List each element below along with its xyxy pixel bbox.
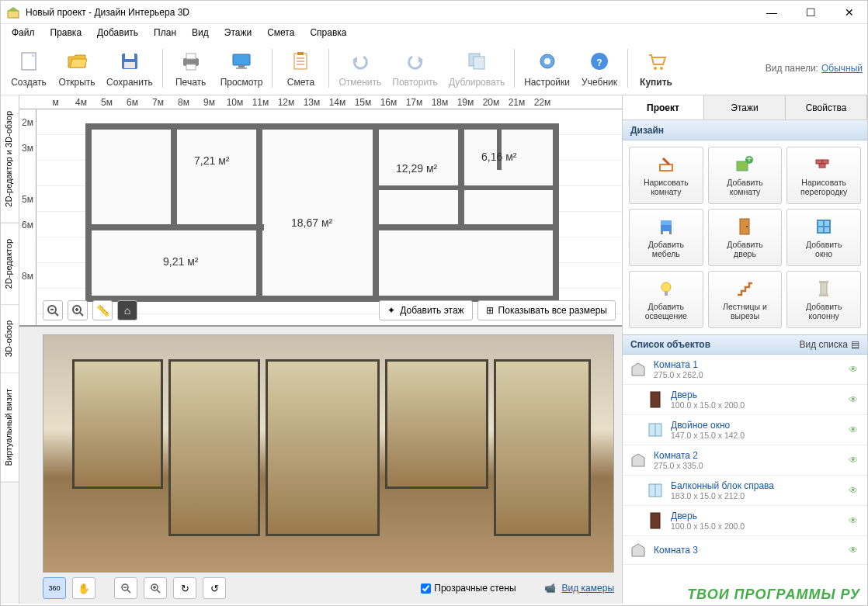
visibility-toggle[interactable]: 👁 (849, 515, 861, 526)
add-floor-button[interactable]: ✦Добавить этаж (379, 300, 472, 320)
rotate360-button[interactable]: 360 (43, 577, 66, 599)
svg-rect-52 (661, 231, 663, 234)
home-button[interactable]: ⌂ (117, 300, 137, 320)
camera-view-link[interactable]: Вид камеры (562, 583, 614, 594)
floorplan[interactable]: 7,21 м² 12,29 м² 6,16 м² 18,67 м² 9,21 м… (85, 123, 559, 302)
menu-view[interactable]: Вид (186, 26, 215, 40)
rotate-cw-button[interactable]: ↻ (173, 577, 196, 599)
tutorial-button[interactable]: ?Учебник (576, 43, 623, 93)
menu-help[interactable]: Справка (304, 26, 352, 40)
tab-props[interactable]: Свойства (786, 95, 867, 119)
undo-icon (348, 49, 373, 74)
design-btn-add-column[interactable]: Добавитьколонну (786, 271, 861, 328)
menu-floors[interactable]: Этажи (218, 26, 258, 40)
dims-icon: ⊞ (486, 305, 494, 316)
visibility-toggle[interactable]: 👁 (849, 364, 861, 375)
design-btn-add-window[interactable]: Добавитьокно (786, 209, 861, 266)
save-button[interactable]: Сохранить (102, 43, 158, 93)
zoom-out-button[interactable] (43, 300, 63, 320)
measure-button[interactable]: 📏 (92, 300, 113, 320)
sidetab-2d[interactable]: 2D-редактор (1, 223, 19, 305)
minimize-button[interactable]: — (760, 6, 783, 19)
object-list[interactable]: Комната 1275.0 x 262.0👁Дверь100.0 x 15.0… (623, 355, 867, 604)
list-item[interactable]: Комната 1275.0 x 262.0👁 (623, 355, 867, 385)
buy-button[interactable]: Купить (633, 43, 679, 93)
redo-icon (403, 49, 428, 74)
preview-button[interactable]: Просмотр (216, 43, 268, 93)
sidetab-3d[interactable]: 3D-обзор (1, 305, 19, 373)
tab-project[interactable]: Проект (623, 95, 704, 119)
toolbar-sep (627, 49, 628, 88)
open-button[interactable]: Открыть (54, 43, 100, 93)
visibility-toggle[interactable]: 👁 (849, 485, 861, 496)
settings-button[interactable]: Настройки (519, 43, 575, 93)
print-button[interactable]: Печать (168, 43, 214, 93)
svg-rect-53 (669, 231, 672, 234)
svg-rect-65 (651, 392, 660, 407)
design-section-header: Дизайн (623, 120, 867, 140)
undo-button[interactable]: Отменить (334, 43, 386, 93)
menu-plan[interactable]: План (148, 26, 182, 40)
pan-button[interactable]: ✋ (72, 577, 95, 599)
panel-mode-link[interactable]: Обычный (821, 63, 863, 74)
estimate-button[interactable]: Смета (277, 43, 324, 93)
duplicate-icon (464, 49, 489, 74)
app-icon (7, 6, 19, 19)
list-item[interactable]: Дверь100.0 x 15.0 x 200.0👁 (623, 506, 867, 536)
menu-add[interactable]: Добавить (91, 26, 144, 40)
list-item[interactable]: Балконный блок справа183.0 x 15.0 x 212.… (623, 476, 867, 506)
clipboard-icon (288, 49, 313, 74)
svg-line-41 (157, 590, 160, 593)
show-dims-button[interactable]: ⊞Показывать все размеры (477, 300, 616, 320)
menu-edit[interactable]: Правка (44, 26, 89, 40)
list-mode-toggle[interactable]: Вид списка ▤ (800, 339, 859, 350)
monitor-icon (229, 49, 254, 74)
draw-room-icon (655, 154, 677, 175)
room-area-label: 18,67 м² (291, 216, 332, 229)
plan-2d-view[interactable]: 2м3м5м6м8м 7,21 м² 12,29 м² 6,16 м² 1 (19, 109, 622, 327)
room-area-label: 12,29 м² (396, 162, 437, 175)
draw-wall-icon (813, 154, 835, 175)
svg-rect-11 (238, 65, 245, 68)
close-button[interactable]: ✕ (838, 6, 861, 19)
design-btn-draw-wall[interactable]: Нарисоватьперегородку (786, 147, 861, 204)
window-icon (646, 421, 665, 439)
design-btn-add-room[interactable]: +Добавитькомнату (708, 147, 783, 204)
visibility-toggle[interactable]: 👁 (849, 455, 861, 466)
design-btn-add-furniture[interactable]: Добавитьмебель (629, 209, 703, 266)
list-item[interactable]: Дверь100.0 x 15.0 x 200.0👁 (623, 385, 867, 415)
zoom-out-3d-button[interactable] (114, 577, 137, 599)
design-btn-draw-room[interactable]: Нарисоватькомнату (629, 147, 703, 204)
tab-floors[interactable]: Этажи (704, 95, 786, 119)
transparent-walls-checkbox[interactable]: Прозрачные стены (421, 583, 516, 594)
list-item[interactable]: Комната 2275.0 x 335.0👁 (623, 445, 867, 476)
menu-file[interactable]: Файл (5, 26, 41, 40)
save-icon (117, 49, 142, 74)
sidetab-combo[interactable]: 2D-редактор и 3D-обзор (1, 95, 19, 223)
3d-render[interactable] (43, 334, 614, 573)
sidetab-virtual[interactable]: Виртуальный визит (1, 373, 19, 483)
rotate-ccw-button[interactable]: ↺ (203, 577, 226, 599)
visibility-toggle[interactable]: 👁 (849, 394, 861, 405)
design-btn-add-door[interactable]: Добавитьдверь (708, 209, 783, 266)
list-item[interactable]: Двойное окно147.0 x 15.0 x 142.0👁 (623, 415, 867, 445)
maximize-button[interactable]: ☐ (799, 6, 822, 19)
create-button[interactable]: Создать (5, 43, 52, 93)
list-item[interactable]: Комната 3👁 (623, 536, 867, 565)
visibility-toggle[interactable]: 👁 (849, 545, 861, 556)
room-area-label: 6,16 м² (481, 151, 516, 163)
zoom-in-3d-button[interactable] (144, 577, 167, 599)
design-btn-add-light[interactable]: Добавитьосвещение (629, 271, 703, 328)
redo-button[interactable]: Повторить (387, 43, 443, 93)
ruler-horizontal: м4м5м6м7м8м9м10м11м12м13м14м15м16м17м18м… (19, 95, 622, 109)
design-button-grid: Нарисоватькомнату+ДобавитькомнатуНарисов… (623, 140, 867, 334)
duplicate-button[interactable]: Дублировать (444, 43, 509, 93)
menu-estimate[interactable]: Смета (261, 26, 300, 40)
panel-mode: Вид панели:Обычный (766, 63, 863, 74)
plan-3d-view[interactable]: 360 ✋ ↻ ↺ Прозрачные стены 📹 Вид камеры (19, 327, 622, 604)
visibility-toggle[interactable]: 👁 (849, 424, 861, 435)
design-btn-stairs[interactable]: Лестницы ивырезы (708, 271, 783, 328)
zoom-in-button[interactable] (68, 300, 88, 320)
window-controls: — ☐ ✕ (760, 6, 861, 19)
svg-rect-47 (816, 160, 822, 164)
